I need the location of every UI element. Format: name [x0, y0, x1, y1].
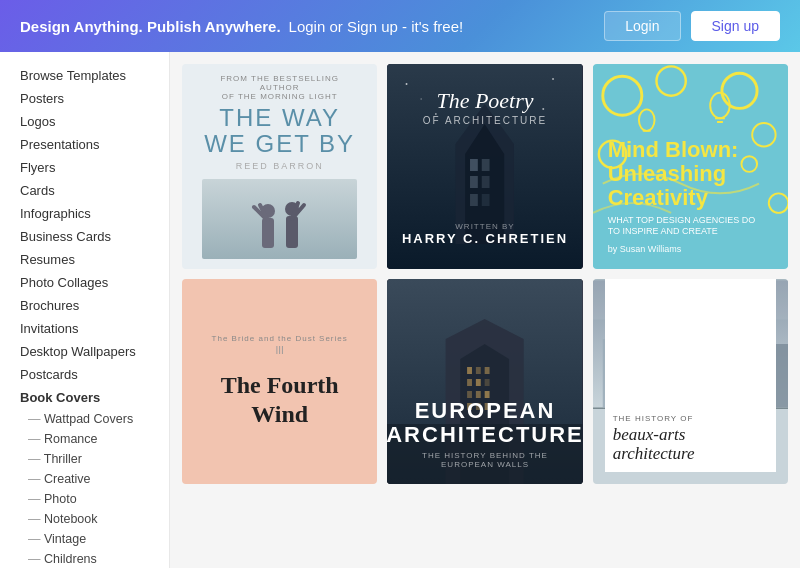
card4-series: The Bride and the Dust Series [212, 334, 348, 343]
sidebar-item-book-covers[interactable]: Book Covers [0, 386, 169, 409]
sidebar-subitem-vintage[interactable]: Vintage [0, 529, 169, 549]
card4-title: The FourthWind [221, 371, 339, 429]
card2-written-by: WRITTEN BY [397, 222, 572, 231]
card1-photo [202, 179, 357, 259]
sidebar-item-photo-collages[interactable]: Photo Collages [0, 271, 169, 294]
card5-subtitle: THE HISTORY BEHIND THEEUROPEAN WALLS [387, 451, 582, 469]
book-cover-card-4[interactable]: The Bride and the Dust Series III The Fo… [182, 279, 377, 484]
svg-rect-43 [485, 379, 490, 386]
svg-rect-44 [467, 391, 472, 398]
book-cover-card-2[interactable]: The Poetry OF ARCHITECTURE WRITTEN BY HA… [387, 64, 582, 269]
card5-title: EUROPEANARCHITECTURE [387, 399, 582, 447]
card2-author: HARRY C. CHRETIEN [397, 231, 572, 246]
login-button[interactable]: Login [604, 11, 680, 41]
sidebar-subitem-creative[interactable]: Creative [0, 469, 169, 489]
sidebar-item-infographics[interactable]: Infographics [0, 202, 169, 225]
sidebar-item-browse-templates[interactable]: Browse Templates [0, 64, 169, 87]
sidebar-item-posters[interactable]: Posters [0, 87, 169, 110]
svg-rect-41 [467, 379, 472, 386]
book-cover-card-5[interactable]: EUROPEANARCHITECTURE THE HISTORY BEHIND … [387, 279, 582, 484]
tagline-bold: Design Anything. Publish Anywhere. [20, 18, 281, 35]
card5-content: EUROPEANARCHITECTURE THE HISTORY BEHIND … [387, 399, 582, 469]
header-left: Design Anything. Publish Anywhere. Login… [20, 18, 463, 35]
card6-title: beaux-artsarchitecture [613, 425, 768, 464]
card4-roman: III [275, 345, 283, 356]
card3-subtitle: WHAT TOP DESIGN AGENCIES DOTO INSPIRE AN… [608, 215, 773, 238]
sidebar-subitem-childrens[interactable]: Childrens [0, 549, 169, 568]
sidebar-item-brochures[interactable]: Brochures [0, 294, 169, 317]
svg-rect-15 [470, 194, 478, 206]
tagline-rest: Login or Sign up - it's free! [289, 18, 464, 35]
card3-author: by Susan Williams [608, 244, 773, 254]
sidebar-item-invitations[interactable]: Invitations [0, 317, 169, 340]
svg-rect-14 [482, 176, 490, 188]
card1-title: THE WAYWE GET BY [204, 105, 355, 158]
header: Design Anything. Publish Anywhere. Login… [0, 0, 800, 52]
sidebar-item-presentations[interactable]: Presentations [0, 133, 169, 156]
sidebar-item-resumes[interactable]: Resumes [0, 248, 169, 271]
svg-rect-42 [476, 379, 481, 386]
sidebar-item-cards[interactable]: Cards [0, 179, 169, 202]
sidebar-subitem-notebook[interactable]: Notebook [0, 509, 169, 529]
book-cover-card-3[interactable]: Mind Blown:UnleashingCreativity WHAT TOP… [593, 64, 788, 269]
svg-rect-11 [470, 159, 478, 171]
card2-subtitle: OF ARCHITECTURE [397, 115, 572, 126]
card1-author: REED BARRON [236, 161, 324, 171]
sidebar-subitem-romance[interactable]: Romance [0, 429, 169, 449]
book-cover-card-1[interactable]: FROM THE BESTSELLING AUTHOROF THE MORNIN… [182, 64, 377, 269]
main-layout: Browse TemplatesPostersLogosPresentation… [0, 52, 800, 568]
sidebar-subitem-thriller[interactable]: Thriller [0, 449, 169, 469]
card6-text-area: THE HISTORY OF beaux-artsarchitecture [605, 279, 776, 472]
sidebar-subitem-photo[interactable]: Photo [0, 489, 169, 509]
sidebar: Browse TemplatesPostersLogosPresentation… [0, 52, 170, 568]
sidebar-item-postcards[interactable]: Postcards [0, 363, 169, 386]
svg-rect-45 [476, 391, 481, 398]
svg-rect-16 [482, 194, 490, 206]
sidebar-subitem-wattpad-covers[interactable]: Wattpad Covers [0, 409, 169, 429]
svg-rect-12 [482, 159, 490, 171]
signup-button[interactable]: Sign up [691, 11, 780, 41]
sidebar-item-business-cards[interactable]: Business Cards [0, 225, 169, 248]
content-area: FROM THE BESTSELLING AUTHOROF THE MORNIN… [170, 52, 800, 568]
cards-grid: FROM THE BESTSELLING AUTHOROF THE MORNIN… [182, 64, 788, 484]
card2-title: The Poetry [397, 89, 572, 113]
svg-rect-38 [467, 367, 472, 374]
card1-from-author: FROM THE BESTSELLING AUTHOROF THE MORNIN… [202, 74, 357, 101]
sidebar-item-desktop-wallpapers[interactable]: Desktop Wallpapers [0, 340, 169, 363]
book-cover-card-6[interactable]: THE HISTORY OF beaux-artsarchitecture [593, 279, 788, 484]
header-right: Login Sign up [604, 11, 780, 41]
card2-bottom: WRITTEN BY HARRY C. CHRETIEN [397, 222, 572, 254]
svg-rect-13 [470, 176, 478, 188]
card2-top: The Poetry OF ARCHITECTURE [397, 79, 572, 126]
card6-history-label: THE HISTORY OF [613, 414, 768, 423]
sidebar-item-flyers[interactable]: Flyers [0, 156, 169, 179]
svg-rect-46 [485, 391, 490, 398]
sidebar-item-logos[interactable]: Logos [0, 110, 169, 133]
card3-title: Mind Blown:UnleashingCreativity [608, 138, 773, 211]
svg-rect-39 [476, 367, 481, 374]
svg-rect-40 [485, 367, 490, 374]
